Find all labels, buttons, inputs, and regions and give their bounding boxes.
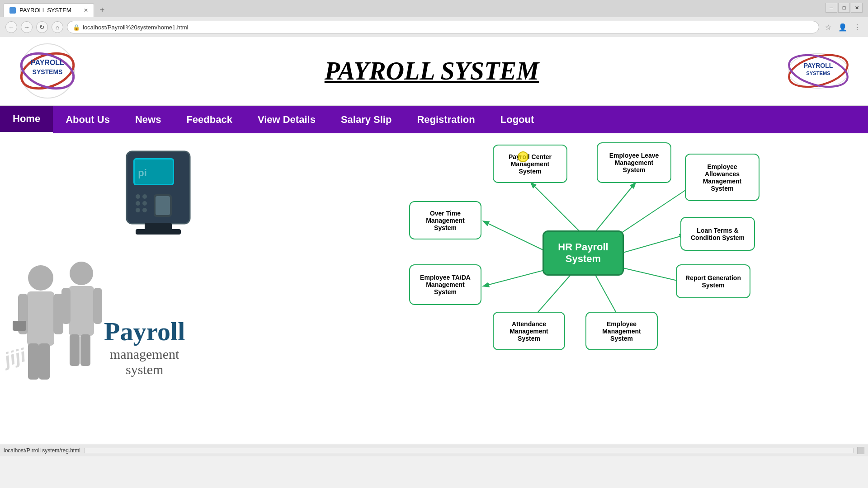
tab-close-button[interactable]: ✕ bbox=[84, 7, 88, 14]
reload-button[interactable]: ↻ bbox=[36, 21, 48, 33]
svg-rect-22 bbox=[80, 334, 90, 366]
diagram-section: HR PayrollSystem Payroll CenterManagemen… bbox=[298, 133, 868, 404]
svg-point-32 bbox=[142, 201, 147, 206]
diagram-container: HR PayrollSystem Payroll CenterManagemen… bbox=[405, 142, 762, 377]
svg-text:pi: pi bbox=[138, 167, 147, 178]
svg-rect-14 bbox=[28, 343, 39, 380]
node-report: Report GenerationSystem bbox=[676, 264, 750, 298]
bookmark-icon[interactable]: ☆ bbox=[823, 22, 834, 33]
nav-home[interactable]: Home bbox=[0, 106, 53, 133]
nav-salary-slip[interactable]: Salary Slip bbox=[328, 106, 405, 133]
navbar: Home About Us News Feedback View Details… bbox=[0, 106, 868, 133]
menu-icon[interactable]: ⋮ bbox=[852, 22, 863, 33]
main-body: pi Payroll management system jiji bbox=[0, 133, 868, 404]
svg-text:PAYROLL: PAYROLL bbox=[804, 62, 833, 69]
svg-point-17 bbox=[70, 262, 93, 285]
svg-rect-11 bbox=[27, 291, 54, 346]
svg-point-34 bbox=[142, 208, 147, 212]
right-logo-svg: PAYROLL SYSTEMS bbox=[787, 48, 850, 94]
back-button[interactable]: ← bbox=[5, 21, 17, 33]
svg-text:SYSTEMS: SYSTEMS bbox=[33, 68, 63, 75]
svg-rect-18 bbox=[69, 286, 94, 336]
svg-point-29 bbox=[136, 194, 140, 199]
nav-about[interactable]: About Us bbox=[53, 106, 123, 133]
status-bar: localhost/P rroll system/reg.html bbox=[0, 444, 868, 456]
nav-news[interactable]: News bbox=[123, 106, 174, 133]
page-header: PAYROLL SYSTEMS PAYROLL SYSTEM PAYROLL S… bbox=[0, 37, 868, 106]
browser-controls: ← → ↻ ⌂ 🔒 localhost/Payroll%20system/hom… bbox=[0, 17, 868, 37]
site-title: PAYROLL SYSTEM bbox=[325, 56, 539, 85]
svg-line-38 bbox=[531, 183, 581, 233]
horizontal-scrollbar[interactable] bbox=[84, 448, 854, 453]
svg-rect-19 bbox=[61, 288, 71, 324]
profile-icon[interactable]: 👤 bbox=[837, 22, 848, 33]
svg-rect-20 bbox=[93, 288, 102, 324]
scroll-corner bbox=[857, 447, 864, 454]
svg-rect-21 bbox=[70, 334, 80, 366]
svg-text:PAYROLL: PAYROLL bbox=[31, 59, 64, 66]
left-logo: PAYROLL SYSTEMS bbox=[18, 42, 77, 100]
home-button[interactable]: ⌂ bbox=[52, 21, 63, 33]
nav-view-details[interactable]: View Details bbox=[245, 106, 328, 133]
nav-logout[interactable]: Logout bbox=[488, 106, 547, 133]
new-tab-button[interactable]: + bbox=[96, 4, 108, 16]
payroll-sub2-text: system bbox=[104, 362, 185, 377]
forward-button[interactable]: → bbox=[21, 21, 33, 33]
address-bar[interactable]: 🔒 localhost/Payroll%20system/home1.html bbox=[67, 21, 819, 33]
left-logo-svg: PAYROLL SYSTEMS bbox=[18, 42, 77, 100]
node-employee-leave: Employee LeaveManagementSystem bbox=[597, 142, 671, 183]
svg-line-44 bbox=[617, 267, 685, 282]
right-logo: PAYROLL SYSTEMS bbox=[787, 48, 850, 94]
svg-line-41 bbox=[484, 221, 545, 251]
people-svg bbox=[5, 251, 118, 395]
node-employee-allowances: EmployeeAllowancesManagementSystem bbox=[685, 154, 760, 201]
payroll-sub1-text: management bbox=[104, 347, 185, 362]
url-text: localhost/Payroll%20system/home1.html bbox=[83, 24, 188, 31]
node-attendance: AttendanceManagementSystem bbox=[493, 312, 565, 350]
svg-rect-28 bbox=[156, 196, 170, 215]
nav-registration[interactable]: Registration bbox=[404, 106, 487, 133]
svg-rect-37 bbox=[136, 229, 181, 235]
close-window-button[interactable]: ✕ bbox=[851, 3, 863, 13]
node-loan-terms: Loan Terms &Condition System bbox=[680, 217, 755, 251]
page-content: PAYROLL SYSTEMS PAYROLL SYSTEM PAYROLL S… bbox=[0, 37, 868, 444]
maximize-button[interactable]: □ bbox=[838, 3, 850, 13]
svg-point-30 bbox=[142, 194, 147, 199]
payroll-main-text: Payroll bbox=[104, 316, 185, 347]
svg-rect-16 bbox=[13, 321, 26, 331]
machine-svg: pi bbox=[118, 142, 208, 242]
minimize-button[interactable]: ─ bbox=[826, 3, 837, 13]
node-payroll-center: Payroll CenterManagementSystem bbox=[493, 145, 567, 183]
cursor-indicator bbox=[518, 151, 528, 162]
svg-point-10 bbox=[28, 265, 53, 291]
tab-title: PAYROLL SYSTEM bbox=[19, 7, 71, 14]
node-tada: Employee TA/DAManagementSystem bbox=[409, 264, 481, 305]
left-illustration: pi Payroll management system jiji bbox=[0, 133, 298, 404]
svg-line-39 bbox=[594, 183, 635, 233]
svg-rect-15 bbox=[39, 343, 50, 380]
svg-line-42 bbox=[622, 235, 685, 253]
svg-point-31 bbox=[136, 201, 140, 206]
diagram-center-box: HR PayrollSystem bbox=[542, 230, 624, 276]
payroll-label: Payroll management system bbox=[104, 316, 185, 377]
nav-feedback[interactable]: Feedback bbox=[174, 106, 245, 133]
status-url: localhost/P rroll system/reg.html bbox=[4, 447, 80, 454]
tab-bar: PAYROLL SYSTEM ✕ + ─ □ ✕ bbox=[0, 0, 868, 17]
node-employee-mgmt: EmployeeManagementSystem bbox=[585, 312, 658, 350]
tab-icon bbox=[9, 7, 16, 14]
svg-line-43 bbox=[484, 269, 549, 286]
svg-point-33 bbox=[136, 208, 140, 212]
active-tab[interactable]: PAYROLL SYSTEM ✕ bbox=[4, 3, 94, 17]
svg-text:SYSTEMS: SYSTEMS bbox=[806, 70, 830, 76]
node-overtime: Over TimeManagementSystem bbox=[409, 201, 481, 239]
